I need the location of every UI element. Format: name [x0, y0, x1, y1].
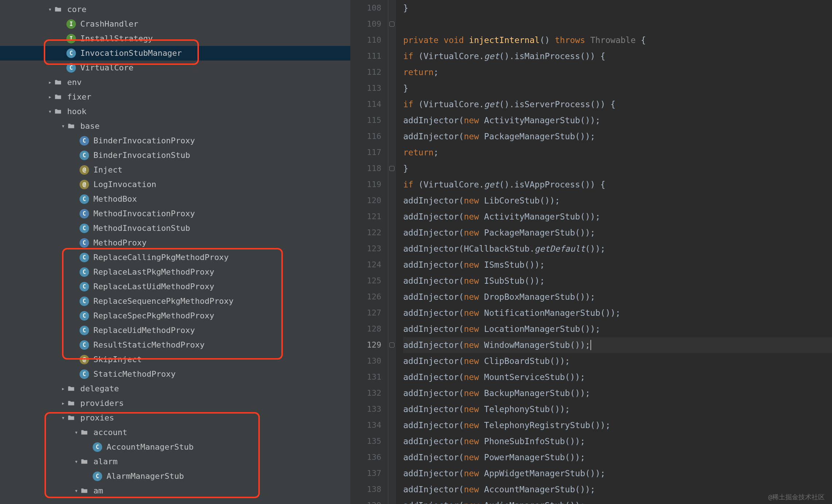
tree-item[interactable]: ▸CReplaceCallingPkgMethodProxy [0, 250, 350, 265]
code-line[interactable]: addInjector(new NotificationManagerStub(… [403, 305, 832, 321]
tree-item[interactable]: ▸CResultStaticMethodProxy [0, 338, 350, 352]
tree-item[interactable]: ▸@SkipInject [0, 352, 350, 367]
fold-mark-icon[interactable] [389, 342, 394, 348]
tree-item[interactable]: ▸CAlarmManagerStub [0, 469, 350, 484]
code-line[interactable]: addInjector(new AppWidgetManagerStub()); [403, 465, 832, 481]
tree-item[interactable]: ▸fixer [0, 90, 350, 104]
chevron-right-icon[interactable]: ▸ [60, 400, 66, 406]
code-line[interactable]: addInjector(new ISmsStub()); [403, 257, 832, 273]
tree-item[interactable]: ▸CMethodProxy [0, 236, 350, 250]
tree-item-label: ReplaceSequencePkgMethodProxy [93, 297, 234, 305]
code-line[interactable]: addInjector(new ClipBoardStub()); [403, 353, 832, 369]
tree-item[interactable]: ▸CMethodBox [0, 192, 350, 206]
code-line[interactable]: addInjector(new AccountManagerStub()); [403, 481, 832, 497]
code-line[interactable]: } [403, 80, 832, 96]
code-line[interactable]: addInjector(new ActivityManagerStub()); [403, 209, 832, 225]
tree-item[interactable]: ▸CReplaceLastPkgMethodProxy [0, 265, 350, 279]
tree-item[interactable]: ▸CBinderInvocationStub [0, 148, 350, 163]
chevron-right-icon[interactable]: ▸ [60, 386, 66, 392]
class-icon: C [80, 311, 89, 321]
tree-item[interactable]: ▸CReplaceLastUidMethodProxy [0, 279, 350, 294]
tree-item[interactable]: ▸CBinderInvocationProxy [0, 133, 350, 148]
tree-item[interactable]: ▸delegate [0, 381, 350, 396]
chevron-down-icon[interactable]: ▾ [73, 459, 80, 465]
tree-item[interactable]: ▸ICrashHandler [0, 17, 350, 31]
code-line[interactable]: if (VirtualCore.get().isServerProcess())… [403, 96, 832, 112]
fold-mark-icon[interactable] [389, 22, 394, 27]
tree-item[interactable]: ▸env [0, 75, 350, 90]
tree-item-label: ReplaceSpecPkgMethodProxy [93, 312, 214, 320]
code-line[interactable] [403, 16, 832, 32]
tree-item[interactable]: ▸CInvocationStubManager [0, 46, 350, 61]
tree-item[interactable]: ▸providers [0, 396, 350, 411]
gutter-line-number: 113 [350, 80, 381, 96]
chevron-down-icon[interactable]: ▾ [47, 109, 53, 115]
code-line[interactable]: addInjector(new PhoneSubInfoStub()); [403, 433, 832, 449]
tree-item[interactable]: ▾base [0, 119, 350, 133]
gutter-line-number: 132 [350, 385, 381, 401]
code-line[interactable]: addInjector(new ActivityManagerStub()); [403, 112, 832, 128]
tree-item[interactable]: ▾account [0, 425, 350, 440]
chevron-right-icon[interactable]: ▸ [47, 94, 53, 100]
code-line[interactable]: addInjector(new PackageManagerStub()); [403, 225, 832, 241]
tree-item[interactable]: ▸CReplaceUidMethodProxy [0, 323, 350, 338]
chevron-right-icon[interactable]: ▸ [47, 80, 53, 85]
watermark-text: @稀土掘金技术社区 [768, 494, 825, 500]
tree-item[interactable]: ▸CAccountManagerStub [0, 440, 350, 454]
tree-item[interactable]: ▾core [0, 2, 350, 17]
tree-item[interactable]: ▸CMethodInvocationProxy [0, 206, 350, 221]
chevron-down-icon[interactable]: ▾ [60, 415, 66, 421]
code-line[interactable]: addInjector(HCallbackStub.getDefault()); [403, 241, 832, 257]
tree-item[interactable]: ▸@LogInvocation [0, 177, 350, 192]
tree-item[interactable]: ▸IInstallStrategy [0, 31, 350, 46]
gutter-line-number: 110 [350, 32, 381, 48]
tree-item[interactable]: ▾hook [0, 104, 350, 119]
code-line[interactable]: addInjector(new MountServiceStub()); [403, 369, 832, 385]
tree-item[interactable]: ▸CReplaceSpecPkgMethodProxy [0, 309, 350, 323]
code-line[interactable]: addInjector(new LocationManagerStub()); [403, 321, 832, 337]
code-line[interactable]: addInjector(new PackageManagerStub()); [403, 128, 832, 144]
code-line[interactable]: addInjector(new BackupManagerStub()); [403, 385, 832, 401]
gutter-line-number: 138 [350, 481, 381, 497]
gutter-line-number: 128 [350, 321, 381, 337]
tree-item[interactable]: ▾alarm [0, 454, 350, 469]
tree-item[interactable]: ▾proxies [0, 411, 350, 425]
tree-item-label: LogInvocation [93, 181, 156, 189]
tree-item-label: ReplaceLastUidMethodProxy [93, 283, 214, 291]
tree-item[interactable]: ▸CVirtualCore [0, 61, 350, 75]
code-line[interactable]: addInjector(new ISubStub()); [403, 273, 832, 289]
code-line[interactable]: addInjector(new WindowManagerStub()); [403, 337, 832, 353]
project-tree[interactable]: ▾core▸ICrashHandler▸IInstallStrategy▸CIn… [0, 0, 350, 504]
code-line[interactable]: addInjector(new TelephonyRegistryStub())… [403, 417, 832, 433]
code-line[interactable]: return; [403, 64, 832, 80]
code-line[interactable]: addInjector(new PowerManagerStub()); [403, 449, 832, 465]
chevron-down-icon[interactable]: ▾ [60, 123, 66, 129]
code-line[interactable]: addInjector(new AudioManagerStub()); [403, 497, 832, 504]
code-line[interactable]: private void injectInternal() throws Thr… [403, 32, 832, 48]
tree-item[interactable]: ▸@Inject [0, 163, 350, 177]
class-icon: C [93, 442, 102, 452]
tree-item[interactable]: ▸CStaticMethodProxy [0, 367, 350, 381]
editor-code-area[interactable]: } private void injectInternal() throws T… [396, 0, 832, 504]
fold-mark-icon[interactable] [389, 166, 394, 171]
tree-item[interactable]: ▸CReplaceSequencePkgMethodProxy [0, 294, 350, 309]
chevron-down-icon[interactable]: ▾ [47, 7, 53, 12]
code-line[interactable]: return; [403, 144, 832, 160]
code-line[interactable]: } [403, 160, 832, 177]
code-line[interactable]: addInjector(new TelephonyStub()); [403, 401, 832, 417]
code-line[interactable]: } [403, 0, 832, 16]
chevron-down-icon[interactable]: ▾ [73, 488, 80, 494]
tree-item[interactable]: ▸CMethodInvocationStub [0, 221, 350, 236]
interface-icon: I [66, 34, 76, 43]
gutter-line-number: 121 [350, 209, 381, 225]
code-line[interactable]: if (VirtualCore.get().isVAppProcess()) { [403, 177, 832, 193]
code-line[interactable]: if (VirtualCore.get().isMainProcess()) { [403, 48, 832, 64]
gutter-line-number: 111 [350, 48, 381, 64]
gutter-line-number: 115 [350, 112, 381, 128]
code-editor[interactable]: 1081091101111121131141151161171181191201… [350, 0, 832, 504]
code-line[interactable]: addInjector(new DropBoxManagerStub()); [403, 289, 832, 305]
chevron-down-icon[interactable]: ▾ [73, 430, 80, 435]
editor-gutter: 1081091101111121131141151161171181191201… [350, 0, 396, 504]
tree-item[interactable]: ▾am [0, 484, 350, 498]
code-line[interactable]: addInjector(new LibCoreStub()); [403, 193, 832, 209]
